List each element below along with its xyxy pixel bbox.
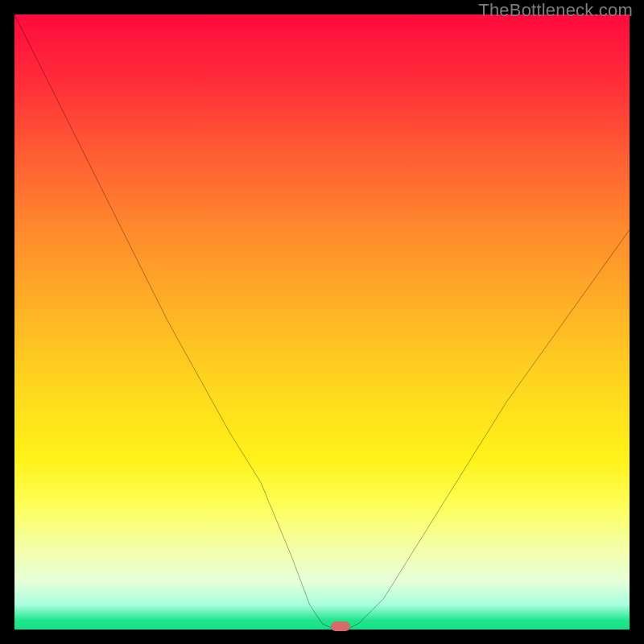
bottleneck-curve (14, 14, 630, 630)
chart-frame: TheBottleneck.com (0, 0, 644, 644)
curve-layer (14, 14, 630, 630)
plot-area (14, 14, 630, 630)
optimal-marker (331, 621, 350, 631)
watermark-text: TheBottleneck.com (478, 0, 633, 21)
